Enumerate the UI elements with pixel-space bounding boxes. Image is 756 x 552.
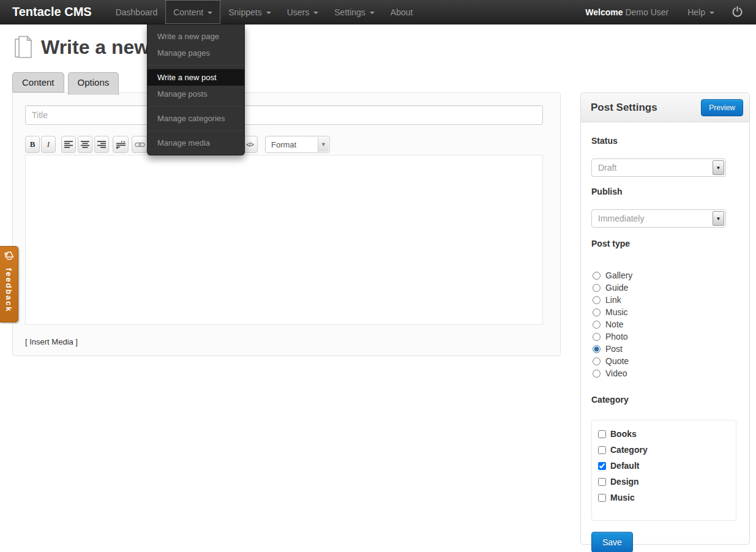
content-dropdown-menu: Write a new page Manage pages Write a ne…	[147, 24, 245, 155]
category-list: Books Category Default Design Music	[591, 420, 736, 521]
category-checkbox[interactable]	[598, 446, 606, 454]
italic-button[interactable]: I	[41, 136, 56, 153]
insert-link-button[interactable]	[132, 136, 148, 153]
menu-divider	[148, 130, 244, 131]
nav-item-content[interactable]: Content	[165, 0, 220, 24]
post-type-radio[interactable]	[593, 308, 601, 316]
align-right-button[interactable]	[94, 136, 109, 153]
feedback-tab[interactable]: feedback	[0, 246, 18, 323]
align-center-button[interactable]	[78, 136, 92, 153]
publish-label: Publish	[591, 187, 739, 196]
top-navbar: Tentacle CMS Dashboard Content Snippets …	[0, 0, 756, 24]
post-type-option-post: Post	[593, 343, 739, 355]
nav-label: Snippets	[228, 7, 261, 17]
radio-label: Photo	[605, 332, 628, 341]
logout-button[interactable]	[727, 6, 747, 18]
save-button[interactable]: Save	[591, 532, 633, 552]
nav-item-dashboard[interactable]: Dashboard	[108, 0, 166, 24]
nav-item-users[interactable]: Users	[279, 0, 327, 24]
radio-label: Link	[605, 295, 621, 305]
post-title-input[interactable]	[25, 105, 543, 125]
post-body-editor[interactable]	[25, 155, 543, 325]
code-icon: </>	[246, 141, 253, 148]
radio-label: Music	[605, 307, 628, 317]
nav-item-settings[interactable]: Settings	[326, 0, 383, 24]
category-checkbox[interactable]	[598, 494, 606, 502]
menu-item-write-new-page[interactable]: Write a new page	[148, 28, 244, 45]
menu-item-manage-media[interactable]: Manage media	[148, 135, 244, 151]
align-left-icon	[64, 141, 73, 148]
post-settings-panel: Post Settings Preview Status Draft ▼ Pub…	[580, 92, 750, 545]
post-type-option-photo: Photo	[593, 330, 739, 343]
italic-icon: I	[47, 140, 50, 149]
post-type-label: Post type	[591, 239, 739, 248]
category-option-design: Design	[598, 474, 730, 490]
menu-divider	[148, 106, 244, 106]
bold-icon: B	[30, 140, 36, 149]
radio-label: Note	[605, 319, 624, 329]
menu-item-manage-posts[interactable]: Manage posts	[148, 86, 244, 102]
post-type-radio[interactable]	[593, 272, 601, 280]
bold-button[interactable]: B	[25, 136, 40, 153]
insert-media-link[interactable]: [ Insert Media ]	[25, 337, 78, 346]
category-checkbox[interactable]	[598, 462, 606, 470]
align-left-button[interactable]	[61, 136, 76, 153]
welcome-prefix: Welcome	[585, 7, 623, 17]
caret-down-icon	[709, 12, 714, 14]
post-type-radio[interactable]	[593, 321, 601, 329]
post-type-option-video: Video	[593, 367, 739, 379]
menu-item-manage-categories[interactable]: Manage categories	[148, 110, 244, 127]
post-type-option-note: Note	[593, 318, 739, 330]
radio-label: Video	[605, 368, 627, 378]
publish-select[interactable]: Immediately ▼	[591, 209, 726, 228]
category-checkbox[interactable]	[598, 430, 606, 438]
post-type-radio[interactable]	[593, 296, 601, 304]
welcome-user: Demo User	[625, 7, 668, 17]
align-center-icon	[81, 141, 89, 148]
post-type-list: Gallery Guide Link Music Note Photo	[591, 269, 739, 379]
caret-down-icon	[208, 12, 212, 14]
nav-label: About	[391, 7, 413, 17]
chevron-down-icon: ▼	[318, 137, 329, 152]
post-type-radio[interactable]	[593, 284, 601, 292]
category-option-books: Books	[598, 426, 730, 442]
tab-options[interactable]: Options	[68, 72, 119, 95]
category-option-category: Category	[598, 442, 730, 458]
megaphone-icon	[4, 247, 15, 267]
editor-tabs: Content Options	[12, 72, 119, 95]
post-type-radio[interactable]	[593, 357, 601, 365]
post-type-radio[interactable]	[593, 345, 601, 353]
chevron-down-icon: ▼	[713, 211, 724, 226]
category-label: Category	[591, 395, 739, 405]
blockquote-button[interactable]	[113, 136, 129, 153]
post-settings-body: Status Draft ▼ Publish Immediately ▼ Pos…	[581, 122, 749, 552]
nav-label: Content	[173, 7, 203, 17]
brand-link[interactable]: Tentacle CMS	[0, 0, 108, 24]
nav-label: Dashboard	[116, 7, 158, 17]
radio-label: Gallery	[605, 270, 632, 280]
category-checkbox[interactable]	[598, 478, 606, 486]
menu-item-manage-pages[interactable]: Manage pages	[148, 45, 244, 61]
post-type-option-quote: Quote	[593, 355, 739, 367]
navbar-right: Welcome Demo User Help	[585, 0, 756, 24]
status-select-value: Draft	[598, 163, 616, 173]
category-option-default: Default	[598, 458, 730, 474]
nav-item-about[interactable]: About	[383, 0, 421, 24]
status-select[interactable]: Draft ▼	[591, 159, 726, 177]
preview-button[interactable]: Preview	[701, 99, 743, 116]
chevron-down-icon: ▼	[713, 160, 724, 175]
post-type-option-link: Link	[593, 294, 739, 306]
post-type-option-music: Music	[593, 306, 739, 318]
panel-title: Post Settings	[591, 102, 657, 114]
post-type-option-guide: Guide	[593, 282, 739, 294]
post-settings-header: Post Settings Preview	[581, 93, 749, 122]
post-type-radio[interactable]	[593, 370, 601, 378]
menu-item-write-new-post[interactable]: Write a new post	[148, 69, 244, 86]
nav-item-snippets[interactable]: Snippets	[220, 0, 279, 24]
publish-select-value: Immediately	[598, 214, 644, 223]
format-select[interactable]: Format ▼	[265, 136, 330, 153]
nav-item-help[interactable]: Help	[679, 7, 722, 17]
checkbox-label: Default	[610, 461, 639, 471]
post-type-radio[interactable]	[593, 333, 601, 341]
tab-content[interactable]: Content	[12, 72, 64, 92]
